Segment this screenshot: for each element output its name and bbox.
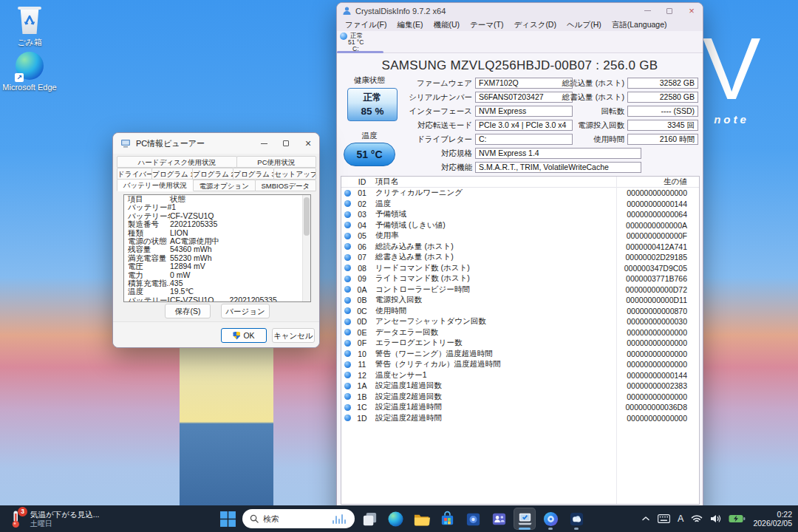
status-dot-cell (341, 361, 353, 368)
battery-status-list[interactable]: 項目 状態 バッテリー#1 バッテリー名CF-VZSU1Q製造番号2202120… (123, 194, 311, 302)
smart-attribute-name: コントローラービジー時間 (371, 284, 615, 295)
pcv-minimize-button[interactable] (253, 133, 275, 154)
menu-item[interactable]: ファイル(F) (340, 18, 392, 31)
smart-raw-value: 0000000000000F (615, 231, 699, 240)
status-dot-cell (341, 211, 353, 218)
status-dot-icon (344, 190, 351, 197)
tab-バッテリー使用状況[interactable]: バッテリー使用状況 (117, 179, 194, 191)
smart-row[interactable]: 11警告（クリティカル）温度超過時間00000000000000 (341, 359, 699, 370)
crystaldiskinfo-taskbar-icon[interactable] (539, 508, 562, 530)
cdi-maximize-button[interactable] (658, 3, 681, 18)
smart-attribute-name: 設定温度2超過回数 (371, 392, 615, 402)
ime-indicator[interactable]: A (678, 514, 683, 524)
smart-id: 1C (353, 403, 371, 412)
edge-desktop-icon[interactable]: ↗ Microsoft Edge (1, 52, 58, 92)
smart-row[interactable]: 1D設定温度2超過時間00000000000000 (341, 413, 699, 424)
battery-icon[interactable] (729, 514, 746, 523)
smart-row[interactable]: 08リードコマンド数 (ホスト)000000347D9C05 (341, 263, 699, 274)
cdi-titlebar[interactable]: CrystalDiskInfo 9.7.2 x64 × (337, 3, 703, 18)
teams-taskbar-icon[interactable] (488, 508, 510, 530)
version-button[interactable]: バージョン(A) (221, 304, 270, 318)
smart-row[interactable]: 0Eデータエラー回数00000000000000 (341, 327, 699, 338)
speaker-icon[interactable] (710, 514, 721, 523)
task-view-taskbar-icon[interactable] (358, 508, 381, 530)
tab-ハードディスク使用状況[interactable]: ハードディスク使用状況 (117, 156, 237, 168)
tab-PC使用状況[interactable]: PC使用状況 (236, 156, 316, 168)
cdi-close-button[interactable]: × (681, 3, 703, 18)
smart-row[interactable]: 01クリティカルワーニング00000000000000 (341, 188, 699, 199)
pcv-titlebar[interactable]: PC情報ビューアー × (113, 133, 319, 154)
disk-tab-c[interactable]: 正常 51 °C C: (337, 31, 383, 53)
save-button[interactable]: 保存(S) (165, 304, 211, 318)
field-label: 対応転送モード (339, 120, 475, 131)
smart-row[interactable]: 10警告（ワーニング）温度超過時間00000000000000 (341, 349, 699, 360)
smart-row[interactable]: 1A設定温度1超過回数00000000002383 (341, 381, 699, 392)
pcv-maximize-button[interactable] (275, 133, 297, 154)
tab-ドライバー[interactable]: ドライバー (117, 168, 152, 180)
smart-attribute-name: 設定温度2超過時間 (371, 413, 615, 423)
menu-item[interactable]: ディスク(D) (508, 18, 562, 31)
pc-info-viewer-taskbar-icon[interactable] (514, 508, 536, 530)
recycle-bin-desktop-icon[interactable]: ごみ箱 (1, 6, 58, 48)
smart-attribute-name: 使用時間 (371, 306, 615, 316)
smart-row[interactable]: 0B電源投入回数00000000000D11 (341, 295, 699, 306)
clock-date: 2026/02/05 (753, 519, 792, 528)
store-taskbar-icon[interactable] (436, 508, 458, 530)
smart-raw-value: 00000000000000 (615, 338, 699, 347)
smart-row[interactable]: 06総読み込み量 (ホスト)0000000412A741 (341, 242, 699, 253)
smart-row[interactable]: 07総書き込み量 (ホスト)00000002D29185 (341, 252, 699, 263)
weather-app-taskbar-icon[interactable] (565, 508, 587, 530)
menu-item[interactable]: ヘルプ(H) (562, 18, 607, 31)
smart-id: 06 (353, 242, 371, 251)
menu-item[interactable]: 機能(U) (428, 18, 465, 31)
smart-row[interactable]: 0Fエラーログエントリー数00000000000000 (341, 338, 699, 349)
smart-row[interactable]: 0Aコントローラービジー時間00000000000D72 (341, 284, 699, 296)
cancel-button[interactable]: キャンセル (272, 328, 315, 343)
tab-プログラム 3[interactable]: プログラム 3 (233, 168, 274, 180)
tray-clock[interactable]: 0:22 2026/02/05 (753, 510, 792, 528)
battery-row-label: バッテリー名 (124, 212, 170, 220)
tray-chevron-up-icon[interactable] (641, 516, 650, 522)
smart-raw-value: 000000000036D8 (615, 403, 699, 412)
battery-row-label: 製造番号 (124, 220, 170, 228)
search-box[interactable]: 検索 (242, 509, 355, 528)
outlook-taskbar-icon[interactable] (462, 508, 484, 530)
ok-button[interactable]: OK (221, 328, 267, 343)
smart-row[interactable]: 02温度00000000000144 (341, 199, 699, 210)
touch-keyboard-icon[interactable] (658, 514, 670, 523)
start-button[interactable] (216, 508, 239, 530)
smart-id: 03 (353, 210, 371, 219)
tab-プログラム 2[interactable]: プログラム 2 (192, 168, 233, 180)
pcv-close-button[interactable]: × (297, 133, 319, 154)
menu-item[interactable]: 編集(E) (392, 18, 428, 31)
edge-taskbar-icon[interactable] (384, 508, 406, 530)
smart-row[interactable]: 12温度センサー100000000000144 (341, 370, 699, 381)
status-dot-cell (341, 383, 353, 389)
smart-attribute-name: 設定温度1超過回数 (371, 381, 615, 391)
smart-row[interactable]: 03予備領域00000000000064 (341, 209, 699, 220)
smart-row[interactable]: 1C設定温度1超過時間000000000036D8 (341, 402, 699, 413)
smart-row[interactable]: 05使用率0000000000000F (341, 231, 699, 242)
status-dot-icon (344, 200, 351, 207)
menu-item[interactable]: テーマ(T) (465, 18, 508, 31)
taskbar: 3 気温が下がる見込... 土曜日 検索 (0, 505, 798, 532)
tab-SMBIOSデータ[interactable]: SMBIOSデータ (255, 180, 316, 191)
file-explorer-taskbar-icon[interactable] (410, 508, 432, 530)
smart-row[interactable]: 0C使用時間00000000000870 (341, 306, 699, 317)
tab-プログラム 1[interactable]: プログラム 1 (151, 168, 193, 180)
battery-header-item: 項目 (124, 195, 170, 203)
cdi-minimize-button[interactable] (636, 3, 658, 18)
smart-row[interactable]: 04予備領域 (しきい値)0000000000000A (341, 220, 699, 231)
wifi-icon[interactable] (691, 514, 703, 523)
smart-row[interactable]: 1B設定温度2超過回数00000000000000 (341, 392, 699, 403)
smart-row[interactable]: 09ライトコマンド数 (ホスト)0000003771B766 (341, 273, 699, 284)
weather-widget[interactable]: 3 気温が下がる見込... 土曜日 (6, 508, 100, 530)
menu-item[interactable]: 言語(Language) (607, 18, 672, 31)
battery-list-header: 項目 状態 (124, 195, 310, 203)
pcv-scrollbar[interactable] (302, 195, 310, 301)
status-dot-cell (341, 329, 353, 335)
tab-セットアップ[interactable]: セットアップ (273, 168, 316, 180)
tab-電源オプション[interactable]: 電源オプション (193, 180, 256, 191)
pcv-scrollbar-thumb[interactable] (304, 197, 310, 236)
smart-row[interactable]: 0Dアンセーフシャットダウン回数00000000000030 (341, 316, 699, 327)
